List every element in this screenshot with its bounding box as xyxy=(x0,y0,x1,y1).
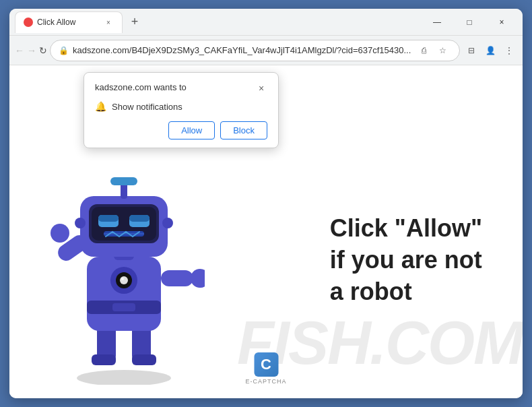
main-text-line3: a robot xyxy=(330,276,482,308)
svg-point-28 xyxy=(75,218,86,228)
svg-point-10 xyxy=(120,276,128,284)
new-tab-button[interactable]: + xyxy=(125,13,144,32)
maximize-button[interactable]: □ xyxy=(454,11,485,33)
svg-rect-27 xyxy=(110,177,137,185)
address-bar[interactable]: 🔒 kadszone.com/B4DjeX9DzSMy3_CAKFaYfiL_V… xyxy=(50,40,460,61)
main-text: Click "Allow" if you are not a robot xyxy=(330,213,482,307)
active-tab[interactable]: Click Allow × xyxy=(15,11,123,33)
svg-rect-22 xyxy=(98,215,119,222)
bookmark-icon[interactable]: ☆ xyxy=(434,42,451,59)
page-content: FISH.COM xyxy=(9,65,523,398)
window-controls: — □ × xyxy=(422,11,517,33)
forward-button[interactable]: → xyxy=(27,40,36,61)
title-bar: Click Allow × + — □ × xyxy=(9,9,523,36)
minimize-button[interactable]: — xyxy=(422,11,453,33)
address-actions: ⎙ ☆ xyxy=(415,42,451,59)
popup-close-button[interactable]: × xyxy=(255,82,267,94)
address-text: kadszone.com/B4DjeX9DzSMy3_CAKFaYfiL_Var… xyxy=(73,45,411,55)
ecaptcha-badge: C E-CAPTCHA xyxy=(245,352,286,385)
refresh-button[interactable]: ↻ xyxy=(39,40,47,61)
account-icon[interactable]: 👤 xyxy=(481,42,499,59)
robot-illustration xyxy=(30,115,218,385)
svg-rect-23 xyxy=(129,215,149,222)
share-icon[interactable]: ⎙ xyxy=(415,42,432,59)
bell-icon: 🔔 xyxy=(95,101,106,112)
block-button[interactable]: Block xyxy=(220,121,267,139)
svg-rect-14 xyxy=(161,270,193,286)
svg-rect-4 xyxy=(132,354,156,365)
popup-header: kadszone.com wants to × xyxy=(95,82,267,94)
svg-rect-7 xyxy=(112,303,135,311)
allow-button[interactable]: Allow xyxy=(168,121,215,139)
main-text-line2: if you are not xyxy=(330,245,482,276)
close-button[interactable]: × xyxy=(486,11,517,33)
popup-title: kadszone.com wants to xyxy=(95,82,187,92)
back-button[interactable]: ← xyxy=(15,40,24,61)
lock-icon: 🔒 xyxy=(59,46,69,55)
popup-notification-row: 🔔 Show notifications xyxy=(95,101,267,112)
nav-right-controls: ⊟ 👤 ⋮ xyxy=(463,42,518,59)
ecaptcha-logo: C xyxy=(254,352,278,377)
popup-buttons: Allow Block xyxy=(95,121,267,139)
ecaptcha-label: E-CAPTCHA xyxy=(245,378,286,385)
robot-svg xyxy=(43,129,205,385)
svg-point-29 xyxy=(162,218,173,228)
tab-bar: Click Allow × + xyxy=(15,11,416,33)
popup-notification-text: Show notifications xyxy=(112,102,182,112)
tab-favicon xyxy=(24,18,33,27)
menu-icon[interactable]: ⋮ xyxy=(500,42,518,59)
main-text-line1: Click "Allow" xyxy=(330,213,482,245)
svg-point-15 xyxy=(191,269,205,288)
notification-popup: kadszone.com wants to × 🔔 Show notificat… xyxy=(84,72,279,148)
svg-point-0 xyxy=(77,370,171,385)
svg-point-13 xyxy=(51,224,69,243)
svg-point-11 xyxy=(121,278,124,280)
reader-mode-icon[interactable]: ⊟ xyxy=(463,42,480,59)
tab-close-button[interactable]: × xyxy=(103,17,114,28)
svg-rect-2 xyxy=(92,354,116,365)
nav-bar: ← → ↻ 🔒 kadszone.com/B4DjeX9DzSMy3_CAKFa… xyxy=(9,36,523,65)
browser-window: Click Allow × + — □ × ← → ↻ 🔒 kadszone.c… xyxy=(9,9,523,398)
tab-title: Click Allow xyxy=(37,18,99,27)
